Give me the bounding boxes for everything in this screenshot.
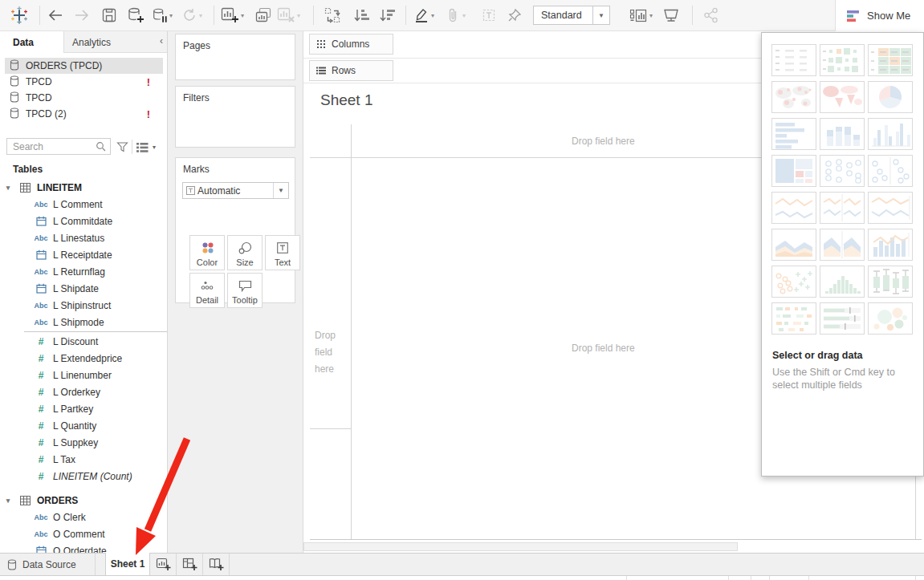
rows-shelf[interactable]: Rows (309, 60, 393, 81)
table-header[interactable]: ▾ORDERS (0, 492, 168, 509)
new-dashboard-tab-icon[interactable] (177, 554, 203, 575)
view-options-icon[interactable] (136, 142, 149, 153)
show-me-button[interactable]: Show Me (835, 0, 924, 31)
field-item[interactable]: AbcO Clerk (0, 509, 168, 525)
field-item[interactable]: #L Orderkey (0, 383, 168, 400)
field-item[interactable]: #L Discount (0, 333, 168, 350)
show-me-thumb-treemap[interactable] (771, 155, 816, 187)
fix-axes-icon[interactable] (504, 0, 525, 30)
new-worksheet-icon[interactable]: ▾ (220, 0, 244, 30)
show-me-thumb-dual-lines[interactable] (868, 192, 913, 224)
new-story-tab-icon[interactable] (203, 554, 230, 575)
run-update-icon[interactable]: ▾ (181, 0, 202, 30)
show-me-thumb-area-continuous[interactable] (771, 229, 816, 261)
show-me-thumb-filled-map[interactable] (820, 81, 865, 113)
columns-shelf[interactable]: Columns (309, 34, 393, 55)
show-me-thumb-histogram[interactable] (820, 266, 865, 298)
show-me-thumb-pie-chart[interactable] (868, 81, 913, 113)
filters-card[interactable]: Filters (175, 86, 295, 148)
show-me-thumb-lines-discrete[interactable] (820, 192, 865, 224)
sort-ascending-icon[interactable] (352, 0, 372, 30)
field-item[interactable]: #LINEITEM (Count) (0, 468, 168, 485)
show-me-thumb-text-table[interactable] (771, 44, 816, 76)
fit-selector-caret-icon[interactable]: ▼ (592, 6, 609, 24)
show-me-thumb-heat-map[interactable] (820, 44, 865, 76)
field-item[interactable]: #L Suppkey (0, 434, 168, 451)
tab-data[interactable]: Data (0, 31, 64, 53)
highlight-icon[interactable]: ▾ (413, 0, 435, 30)
field-item[interactable]: #L Partkey (0, 400, 168, 417)
show-me-thumb-highlight-table[interactable] (868, 44, 913, 76)
field-item[interactable]: AbcL Shipmode (0, 314, 168, 331)
show-me-thumb-stacked-bars[interactable] (820, 118, 865, 150)
fit-selector[interactable]: Standard ▼ (533, 6, 610, 25)
field-item[interactable]: AbcO Comment (0, 525, 168, 542)
show-me-thumb-horizontal-bars[interactable] (771, 118, 816, 150)
show-me-thumb-lines-continuous[interactable] (771, 192, 816, 224)
field-item[interactable]: L Shipdate (0, 280, 168, 297)
field-item[interactable]: L Receiptdate (0, 246, 168, 263)
filter-fields-icon[interactable] (116, 141, 128, 153)
drop-zone-body[interactable]: Drop field here (572, 343, 635, 354)
field-item[interactable]: AbcL Comment (0, 196, 168, 213)
show-me-thumb-area-discrete[interactable] (820, 229, 865, 261)
group-members-icon[interactable]: ▾ (444, 0, 466, 30)
marks-detail-button[interactable]: Detail (189, 273, 225, 308)
mark-type-dropdown[interactable]: Automatic ▼ (182, 182, 289, 199)
show-me-thumb-circle-views[interactable] (820, 155, 865, 187)
show-hide-cards-icon[interactable]: ▾ (628, 0, 653, 30)
show-me-thumb-box-and-whisker[interactable] (868, 266, 913, 298)
field-item[interactable]: AbcL Returnflag (0, 263, 168, 280)
presentation-mode-icon[interactable] (660, 0, 682, 30)
new-data-source-icon[interactable] (124, 0, 147, 30)
show-me-thumb-bullet-graph[interactable] (820, 302, 865, 335)
drop-zone-rows[interactable]: Drop field here (315, 327, 347, 378)
field-item[interactable]: #L Linenumber (0, 367, 168, 383)
field-item[interactable]: L Commitdate (0, 213, 168, 229)
save-icon[interactable] (99, 0, 120, 30)
undo-icon[interactable] (45, 0, 66, 30)
data-source-item[interactable]: TPCD! (5, 74, 163, 90)
share-icon[interactable] (700, 0, 723, 30)
pause-auto-updates-icon[interactable]: ▾ (152, 0, 173, 30)
tab-sheet-1[interactable]: Sheet 1 (105, 553, 150, 575)
table-header[interactable]: ▾LINEITEM (0, 179, 168, 196)
marks-text-button[interactable]: Text (265, 235, 300, 270)
drop-zone-columns[interactable]: Drop field here (572, 136, 635, 147)
new-worksheet-tab-icon[interactable] (150, 554, 177, 575)
field-item[interactable]: #L Tax (0, 451, 168, 468)
chevron-down-icon[interactable]: ▾ (0, 184, 16, 192)
show-me-thumb-gantt[interactable] (771, 302, 816, 335)
field-item[interactable]: O Orderdate (0, 542, 168, 553)
tab-analytics[interactable]: Analytics (64, 31, 161, 53)
collapse-pane-icon[interactable]: ‹ (160, 35, 163, 47)
show-me-thumb-dual-combination[interactable] (868, 229, 913, 261)
data-source-item[interactable]: TPCD (5, 90, 163, 106)
clear-sheet-icon[interactable]: ▾ (276, 0, 300, 30)
show-me-thumb-symbol-map[interactable] (771, 81, 816, 113)
data-source-item[interactable]: TPCD (2)! (5, 106, 163, 122)
field-item[interactable]: #L Extendedprice (0, 350, 168, 367)
redo-icon[interactable] (71, 0, 92, 30)
data-source-item[interactable]: ORDERS (TPCD) (5, 58, 163, 74)
field-item[interactable]: AbcL Linestatus (0, 229, 168, 246)
show-me-thumb-side-by-side-circles[interactable] (868, 155, 913, 187)
pages-card[interactable]: Pages (175, 34, 295, 80)
tab-data-source[interactable]: Data Source (0, 554, 96, 575)
show-me-thumb-packed-bubbles[interactable] (868, 302, 913, 335)
sort-descending-icon[interactable] (377, 0, 398, 30)
marks-tooltip-button[interactable]: Tooltip (227, 273, 263, 308)
chevron-down-icon[interactable]: ▾ (0, 497, 16, 505)
view-options-caret-icon[interactable]: ▾ (153, 144, 156, 151)
search-input[interactable]: Search (6, 138, 111, 155)
show-me-thumb-scatter-plot[interactable] (771, 266, 816, 298)
field-item[interactable]: AbcL Shipinstruct (0, 297, 168, 314)
show-mark-labels-icon[interactable] (478, 0, 499, 30)
horizontal-scrollbar[interactable] (303, 542, 738, 551)
swap-rows-columns-icon[interactable] (321, 0, 344, 30)
duplicate-sheet-icon[interactable] (252, 0, 275, 30)
field-item[interactable]: #L Quantity (0, 417, 168, 434)
show-me-thumb-side-by-side-bars[interactable] (868, 118, 913, 150)
mark-type-caret-icon[interactable]: ▼ (273, 183, 288, 198)
marks-color-button[interactable]: Color (189, 235, 225, 270)
